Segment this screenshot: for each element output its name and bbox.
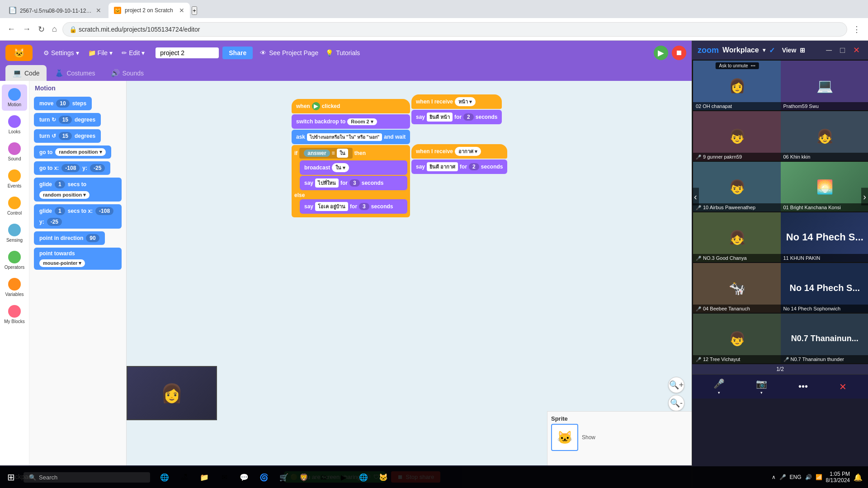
zoom-mic-button[interactable]: 🎤 ▾	[713, 378, 725, 395]
refresh-button[interactable]: ↻	[36, 23, 47, 36]
block-ask[interactable]: ask ไปข้างนอกหรือใน "ใน" หรือ "นอก" and …	[292, 130, 410, 144]
block-go-to[interactable]: go to random position ▾	[34, 145, 111, 159]
nav-prev-button[interactable]: ‹	[692, 188, 699, 206]
category-operators[interactable]: Operators	[2, 247, 27, 273]
block-broadcast[interactable]: broadcast ใน ▾	[300, 160, 407, 175]
search-bar[interactable]: 🔍 Search	[24, 472, 150, 483]
taskbar-brave-icon[interactable]: 🦁	[295, 468, 313, 486]
block-when-receive-1[interactable]: when I receive หน้า ▾	[411, 94, 502, 109]
zoom-minimize-button[interactable]: ─	[823, 44, 835, 56]
category-sound[interactable]: Sound	[2, 139, 27, 165]
block-say-receive-2[interactable]: say ยินดี อากาศ for 2 seconds	[411, 160, 507, 174]
nav-bar: ← → ↻ ⌂ 🔒 scratch.mit.edu/projects/10551…	[0, 18, 868, 41]
block-point-towards[interactable]: point towards mouse-pointer ▾	[34, 248, 122, 270]
search-icon: 🔍	[29, 474, 36, 481]
settings-menu[interactable]: ⚙ Settings ▾	[40, 47, 83, 58]
script-receive-1: when I receive หน้า ▾ say ยินดี หน้า for…	[411, 94, 502, 125]
taskbar-mail-icon[interactable]: ✉	[215, 468, 233, 486]
participant-tile-1: Ask to unmute ••• 👩 02 OH chanapat	[693, 61, 782, 110]
tab-code[interactable]: 💻 Code	[5, 65, 47, 81]
taskbar-explorer-icon[interactable]: 🌐	[156, 468, 174, 486]
block-if-header[interactable]: if answer = ใน then	[294, 148, 407, 159]
taskbar-scratch-icon[interactable]: 🐱	[374, 468, 392, 486]
taskbar-folder-icon[interactable]: 🗂	[315, 468, 333, 486]
taskbar-media-icon[interactable]: ▶	[335, 468, 353, 486]
block-glide-to-xy[interactable]: glide 1 secs to x: -108 y: -25	[34, 204, 122, 229]
tab-costumes[interactable]: 👗 Costumes	[47, 65, 102, 81]
taskbar-store-icon[interactable]: 🛒	[275, 468, 293, 486]
category-events[interactable]: Events	[2, 166, 27, 192]
zoom-camera-button[interactable]: 📷 ▾	[756, 378, 767, 395]
block-go-to-xy[interactable]: go to x: -108 y: -25	[34, 161, 110, 175]
zoom-end-button[interactable]: ✕	[839, 381, 847, 392]
sprite-label: Sprite	[551, 415, 688, 422]
green-flag-button[interactable]: ▶	[654, 46, 668, 60]
block-say-receive-1[interactable]: say ยินดี หน้า for 2 seconds	[411, 110, 502, 124]
tab-close-2[interactable]: ✕	[179, 7, 184, 14]
home-button[interactable]: ⌂	[50, 23, 59, 36]
zoom-more-button[interactable]: •••	[798, 381, 808, 392]
sounds-icon: 🔊	[111, 69, 120, 77]
project-name-input[interactable]	[156, 47, 219, 58]
block-when-receive-2[interactable]: when I receive อากาศ ▾	[411, 144, 507, 159]
zoom-close-button[interactable]: ✕	[850, 44, 863, 56]
add-tab-button[interactable]: +	[192, 6, 197, 15]
address-bar[interactable]: 🔒 scratch.mit.edu/projects/1055134724/ed…	[62, 22, 847, 37]
tray-up-icon[interactable]: ∧	[772, 474, 776, 480]
category-control[interactable]: Control	[2, 193, 27, 219]
zoom-out-button[interactable]: 🔍-	[668, 395, 684, 411]
script-group-2: when I receive หน้า ▾ say ยินดี หน้า for…	[411, 94, 502, 125]
edit-menu[interactable]: ✏ Edit ▾	[118, 47, 148, 58]
taskbar-files-icon[interactable]: 📁	[195, 468, 213, 486]
browser-tab-2[interactable]: 🐱 project 2 on Scratch ✕	[108, 3, 190, 18]
participant-tile-6: 🌅 01 Bright Kanchana Konsi	[781, 162, 868, 211]
category-looks[interactable]: Looks	[2, 112, 27, 138]
participant-label-3: 9 gunner pakrn59	[703, 154, 742, 160]
stop-button[interactable]: ⏹	[672, 46, 686, 60]
wifi-icon: 📶	[816, 474, 822, 480]
block-say-inside-if[interactable]: say ไปที่ใหน for 3 seconds	[300, 176, 407, 190]
block-point-direction[interactable]: point in direction 90	[34, 231, 105, 245]
category-motion[interactable]: Motion	[2, 84, 27, 111]
share-button[interactable]: Share	[222, 47, 253, 59]
sound-label: Sound	[8, 156, 21, 161]
taskbar-teams-icon[interactable]: 💬	[235, 468, 253, 486]
taskbar-beach-icon[interactable]: 🏖	[175, 468, 193, 486]
category-my-blocks[interactable]: My Blocks	[2, 301, 27, 328]
zoom-grid-container: Ask to unmute ••• 👩 02 OH chanapat 💻	[692, 60, 868, 364]
code-canvas[interactable]: when ▶ clicked switch backdrop to Room 2…	[127, 81, 692, 465]
block-turn-ccw[interactable]: turn ↺ 15 degrees	[34, 129, 101, 143]
notifications-icon[interactable]: 🔔	[854, 473, 863, 482]
tab-close-1[interactable]: ✕	[96, 7, 101, 14]
block-turn-cw[interactable]: turn ↻ 15 degrees	[34, 113, 101, 127]
tab-sounds[interactable]: 🔊 Sounds	[104, 65, 151, 81]
time-display: 1:05 PM	[826, 471, 850, 477]
see-project-button[interactable]: 👁 See Project Page	[260, 49, 318, 56]
block-if-wrapper: if answer = ใน then	[292, 145, 410, 217]
sprite-thumbnail[interactable]: 🐱	[551, 424, 578, 451]
block-move[interactable]: move 10 steps	[34, 97, 92, 110]
taskbar-right: ∧ 🎤 ENG 🔊 📶 1:05 PM 8/13/2024 🔔	[766, 471, 868, 483]
block-glide-to[interactable]: glide 1 secs to random position ▾	[34, 178, 122, 202]
taskbar-chrome-icon[interactable]: 🌐	[354, 468, 373, 486]
category-variables[interactable]: Variables	[2, 274, 27, 300]
start-button[interactable]: ⊞	[0, 466, 22, 488]
block-when-flag-clicked[interactable]: when ▶ clicked	[292, 99, 410, 113]
block-say-else[interactable]: say โอเค อยู่บ้าน for 3 seconds	[300, 199, 407, 214]
zoom-in-button[interactable]: 🔍+	[668, 377, 684, 393]
sound-dot	[8, 142, 21, 155]
participant-tile-3: 👦 🎤 9 gunner pakrn59	[693, 111, 782, 161]
nav-next-button[interactable]: ›	[861, 188, 868, 206]
tutorials-button[interactable]: 💡 Tutorials	[326, 49, 360, 56]
zoom-window-controls: ─ □ ✕	[823, 44, 863, 56]
taskbar-edge-icon[interactable]: 🌀	[255, 468, 273, 486]
block-switch-backdrop[interactable]: switch backdrop to Room 2 ▾	[292, 114, 410, 129]
browser-tab-1[interactable]: 📄 2567-ป.5กน08-09-10-11-12 - ... ✕	[4, 3, 107, 18]
volume-icon[interactable]: 🔊	[805, 474, 812, 480]
zoom-maximize-button[interactable]: □	[837, 44, 848, 56]
back-button[interactable]: ←	[5, 23, 17, 36]
forward-button[interactable]: →	[21, 23, 33, 36]
extensions-button[interactable]: ⋮	[851, 23, 863, 36]
file-menu[interactable]: 📁 File ▾	[85, 47, 117, 58]
category-sensing[interactable]: Sensing	[2, 220, 27, 246]
